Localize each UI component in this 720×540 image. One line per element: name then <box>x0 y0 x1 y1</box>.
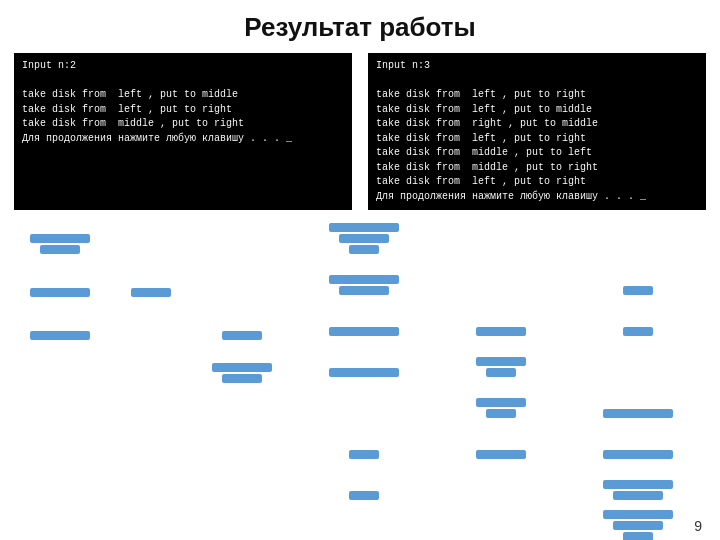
disk <box>486 368 516 377</box>
diagram-step <box>296 464 706 501</box>
peg <box>124 261 178 298</box>
diagram-step <box>14 261 288 298</box>
peg <box>341 423 387 460</box>
disk <box>30 234 90 243</box>
diagram-step <box>14 304 288 341</box>
disk <box>476 450 526 459</box>
peg <box>615 382 661 419</box>
peg <box>341 382 387 419</box>
disk <box>329 275 399 284</box>
page-number: 9 <box>694 518 702 534</box>
disk <box>603 480 673 489</box>
disk <box>222 374 262 383</box>
peg <box>215 347 269 384</box>
disk <box>476 357 526 366</box>
peg <box>615 218 661 255</box>
peg <box>124 304 178 341</box>
peg <box>33 261 87 298</box>
terminals-row: Input n:2 take disk from left , put to m… <box>0 53 720 210</box>
terminal-n2-text: Input n:2 take disk from left , put to m… <box>22 60 292 144</box>
peg <box>215 304 269 341</box>
peg <box>341 259 387 296</box>
disk <box>486 409 516 418</box>
peg <box>215 261 269 298</box>
diagram-left <box>14 218 288 386</box>
diagram-step <box>296 259 706 296</box>
peg <box>478 218 524 255</box>
disk <box>339 286 389 295</box>
disk <box>40 245 80 254</box>
diagram-step <box>14 347 288 384</box>
disk <box>476 327 526 336</box>
disk <box>613 521 663 530</box>
disk <box>613 491 663 500</box>
diagram-step <box>296 341 706 378</box>
disk <box>603 450 673 459</box>
disk <box>30 331 90 340</box>
diagram-step <box>296 423 706 460</box>
disk <box>339 234 389 243</box>
peg <box>478 505 524 540</box>
peg <box>478 464 524 501</box>
diagram-step <box>296 218 706 255</box>
diagram-step <box>296 382 706 419</box>
peg <box>124 218 178 255</box>
disk <box>349 491 379 500</box>
disk <box>329 327 399 336</box>
disk <box>212 363 272 372</box>
disk <box>603 409 673 418</box>
peg <box>478 382 524 419</box>
peg <box>478 300 524 337</box>
peg <box>341 218 387 255</box>
disk <box>623 286 653 295</box>
peg <box>615 423 661 460</box>
peg <box>215 218 269 255</box>
disk <box>329 223 399 232</box>
peg <box>341 341 387 378</box>
disk <box>30 288 90 297</box>
diagram-step <box>296 300 706 337</box>
diagram-right <box>296 218 706 540</box>
terminal-n2: Input n:2 take disk from left , put to m… <box>14 53 352 210</box>
disk <box>329 368 399 377</box>
peg <box>33 218 87 255</box>
peg <box>33 347 87 384</box>
peg <box>341 300 387 337</box>
disk <box>349 450 379 459</box>
peg <box>341 505 387 540</box>
peg <box>341 464 387 501</box>
peg <box>33 304 87 341</box>
disk <box>349 245 379 254</box>
peg <box>478 423 524 460</box>
peg <box>615 464 661 501</box>
disk <box>476 398 526 407</box>
disk <box>623 532 653 540</box>
disk <box>623 327 653 336</box>
peg <box>478 341 524 378</box>
peg <box>615 300 661 337</box>
disk <box>603 510 673 519</box>
diagram-step <box>296 505 706 540</box>
peg <box>615 505 661 540</box>
peg <box>615 341 661 378</box>
disk <box>131 288 171 297</box>
peg <box>478 259 524 296</box>
terminal-n3-text: Input n:3 take disk from left , put to r… <box>376 60 646 202</box>
peg <box>124 347 178 384</box>
diagram-step <box>14 218 288 255</box>
terminal-n3: Input n:3 take disk from left , put to r… <box>368 53 706 210</box>
peg <box>615 259 661 296</box>
page-title: Результат работы <box>0 0 720 53</box>
disk <box>222 331 262 340</box>
